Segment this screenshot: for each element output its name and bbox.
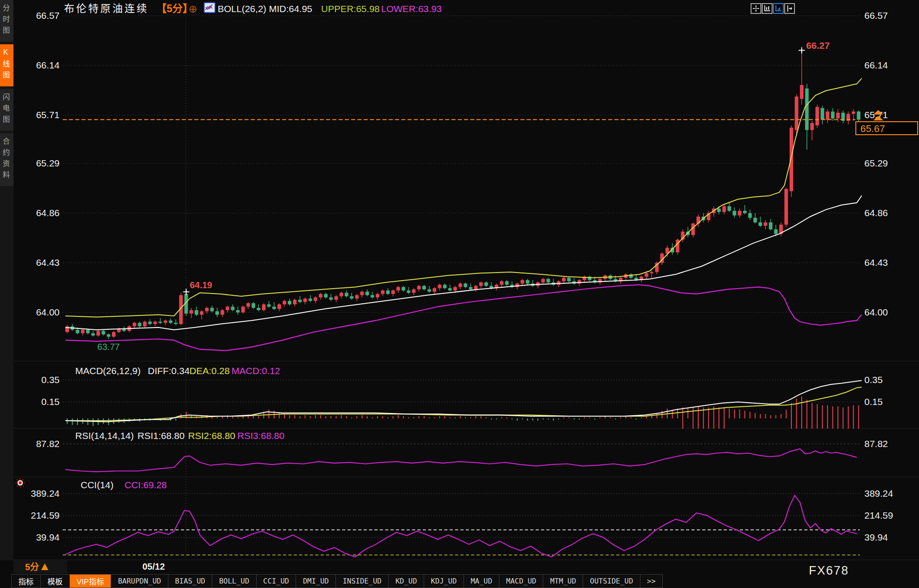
axis-tick-label: 87.82 — [864, 439, 888, 449]
axis-tick-label: 389.24 — [864, 488, 893, 499]
crosshair-icon — [752, 5, 760, 12]
instrument-title: 布伦特原油连续 — [64, 3, 149, 14]
indicator-line — [65, 495, 857, 557]
rs1-value: RSI1:68.80 — [137, 430, 185, 441]
toolbar-button-mtm-ud[interactable]: MTM_UD — [543, 574, 583, 588]
xaxis-period-label[interactable]: 5分 — [25, 562, 39, 572]
axis-tick-label: 0.35 — [864, 375, 883, 385]
axis-tick-label: 0.15 — [41, 396, 60, 407]
toolbar-button-kdj-ud[interactable]: KDJ_UD — [424, 574, 464, 588]
axis-tick-label: 64.00 — [36, 307, 60, 317]
high-price-label: 66.27 — [806, 40, 830, 51]
chart-canvas[interactable]: 66.5766.5766.1466.1465.7165.7165.2965.29… — [0, 0, 919, 574]
axis-tick-label: 39.94 — [36, 532, 60, 542]
cci-title: CCI(14) — [81, 480, 114, 490]
toolbar-button-dmi-ud[interactable]: DMI_UD — [296, 574, 336, 588]
axis-tick-label: 0.15 — [864, 396, 883, 407]
candles-layer — [65, 51, 860, 339]
rsi2-value: RSI2:68.80 — [188, 430, 235, 441]
low-price-label: 63.77 — [97, 342, 120, 352]
axis-tick-label: 65.29 — [36, 158, 60, 168]
last-price-value: 65.67 — [860, 123, 885, 134]
left-sidebar: 分时图 K线图 闪电图 合约资料 — [0, 0, 13, 560]
live-blink-icon — [16, 478, 25, 488]
macd-value: MACD:0.12 — [232, 366, 280, 376]
scale-arrow-icon — [786, 5, 793, 12]
axis-tick-label: 66.57 — [36, 10, 60, 21]
period-strip-bg — [13, 560, 67, 573]
axis-tick-label: 214.59 — [31, 510, 60, 520]
add-overlay-icon[interactable]: ⊕ — [189, 3, 197, 15]
axis-tick-label: 64.00 — [864, 307, 888, 317]
axis-tick-label: 87.82 — [36, 439, 60, 449]
axis-tick-label: 66.14 — [864, 60, 888, 70]
toolbar-button-vip-indicator[interactable]: VIP指标 — [70, 574, 111, 588]
sidebar-tab-contract-info[interactable]: 合约资料 — [0, 133, 13, 186]
axis-chart-icon — [764, 5, 771, 12]
period-label[interactable]: 【5分】 — [156, 3, 193, 14]
axis-tick-label: 0.35 — [41, 375, 60, 385]
extreme-cross-marker — [183, 289, 189, 295]
axis-tick-label: 64.86 — [864, 208, 888, 218]
indicator-toolbar: 指标 模板 VIP指标 BARUPDN_UD BIAS_UD BOLL_UD C… — [11, 574, 663, 588]
toolbar-button-kd-ud[interactable]: KD_UD — [389, 574, 424, 588]
rsi3-value: RSI3:68.80 — [237, 430, 284, 441]
toolbar-button-boll-ud[interactable]: BOLL_UD — [212, 574, 256, 588]
axis-tick-label: 64.86 — [36, 208, 60, 218]
toolbar-button-inside-ud[interactable]: INSIDE_UD — [336, 574, 389, 588]
axis-tick-label: 389.24 — [31, 488, 60, 499]
toolbar-button-outside-ud[interactable]: OUTSIDE_UD — [583, 574, 640, 588]
toolbar-button-bias-ud[interactable]: BIAS_UD — [168, 574, 212, 588]
toolbar-button-ma-ud[interactable]: MA_UD — [464, 574, 499, 588]
extreme-cross-marker — [799, 47, 805, 54]
swing-high-label: 64.19 — [190, 280, 212, 290]
toolbar-button-cci-ud[interactable]: CCI_UD — [257, 574, 296, 588]
mini-chart-icon[interactable] — [204, 3, 215, 13]
axis-tick-label: 39.94 — [864, 532, 888, 542]
toolbar-button-indicator[interactable]: 指标 — [11, 574, 41, 588]
xaxis-date-label: 05/12 — [142, 562, 165, 571]
macd-diff-value: DIFF:0.34 — [148, 366, 190, 376]
price-line-tool-icon[interactable] — [784, 3, 795, 14]
cci-value: CCI:69.28 — [125, 480, 167, 490]
axis-tick-label: 66.14 — [36, 60, 60, 70]
boll-upper-label: UPPER:65.98 — [321, 4, 380, 14]
axis-tick-label: 66.57 — [864, 10, 888, 21]
boll-lower-label: LOWER:63.93 — [381, 4, 442, 14]
axis-play-icon — [775, 5, 782, 12]
sidebar-tab-time-chart[interactable]: 分时图 — [0, 0, 13, 42]
axis-tick-label: 65.71 — [36, 110, 60, 120]
auto-scale-tool-icon-active[interactable] — [773, 3, 784, 14]
boll-mid-label: BOLL(26,2) MID:64.95 — [218, 4, 312, 14]
indicator-line — [65, 449, 857, 472]
sidebar-tab-lightning-chart[interactable]: 闪电图 — [0, 89, 13, 131]
toolbar-button-template[interactable]: 模板 — [41, 574, 70, 588]
axis-scale-tool-icon[interactable] — [762, 3, 773, 14]
toolbar-button-more[interactable]: >> — [640, 574, 663, 588]
toolbar-button-macd-ud[interactable]: MACD_UD — [499, 574, 543, 588]
macd-dea-value: DEA:0.28 — [189, 366, 230, 376]
rsi-title: RSI(14,14,14) — [75, 430, 134, 441]
fx678-watermark: FX678 — [809, 564, 849, 578]
axis-tick-label: 65.29 — [864, 158, 888, 168]
axis-tick-label: 64.43 — [864, 257, 888, 268]
app-window: 分时图 K线图 闪电图 合约资料 66.5766. — [0, 0, 919, 588]
crosshair-tool-icon[interactable] — [751, 3, 761, 14]
toolbar-button-barupdn-ud[interactable]: BARUPDN_UD — [111, 574, 168, 588]
series-layer — [65, 51, 867, 557]
axis-tick-label: 214.59 — [864, 510, 893, 520]
macd-title: MACD(26,12,9) — [75, 366, 141, 376]
axis-tick-label: 64.43 — [36, 257, 60, 268]
sidebar-tab-kline-chart[interactable]: K线图 — [0, 44, 13, 86]
